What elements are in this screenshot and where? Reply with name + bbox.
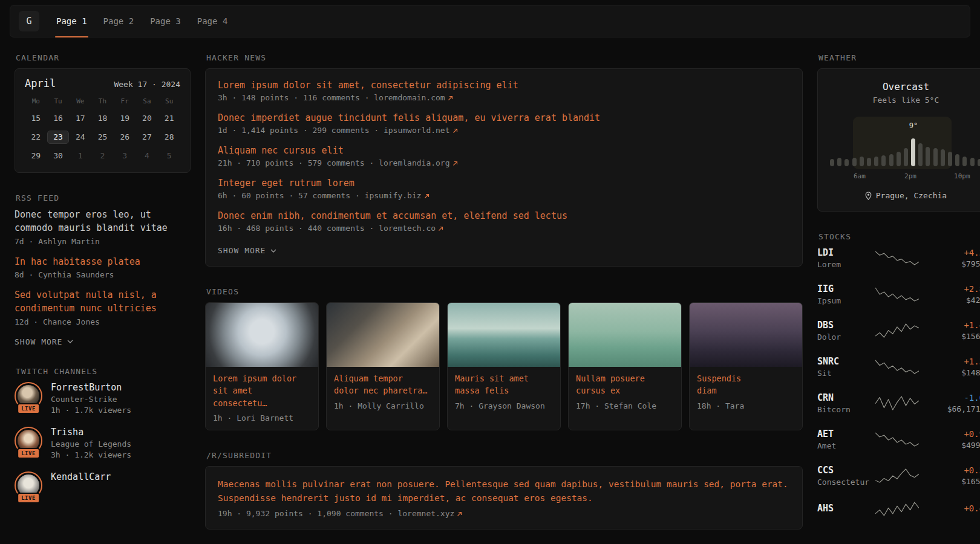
story-domain-link[interactable]: loremlandia.org <box>379 158 457 167</box>
external-link-icon <box>424 193 430 199</box>
story-link[interactable]: Integer eget rutrum lorem <box>218 178 790 189</box>
video-card[interactable]: Nullam posuere cursus ex 17h · Stefan Co… <box>568 302 682 430</box>
rss-widget: RSS FEED Donec tempor eros leo, ut commo… <box>15 193 191 346</box>
story-link[interactable]: Donec enim nibh, condimentum et accumsan… <box>218 210 790 221</box>
stock-change: +1.36% <box>964 357 980 366</box>
story-meta-text: 3h · 148 points · 116 comments · <box>218 93 374 102</box>
twitch-channel[interactable]: LIVE Trisha League of Legends 3h · 1.2k … <box>15 427 191 459</box>
weather-card: Overcast Feels like 5°C 9° 6am 2pm 10pm … <box>817 68 980 212</box>
weather-condition: Overcast <box>828 81 980 92</box>
calendar-day: 29 <box>25 149 47 163</box>
rss-item-link[interactable]: Donec tempor eros leo, ut commodo mauris… <box>15 209 191 235</box>
story-domain: loremtech.co <box>379 224 436 233</box>
calendar-day: 16 <box>47 112 70 125</box>
calendar-day-next-month: 1 <box>69 149 91 163</box>
rss-item: In hac habitasse platea 8d · Cynthia Sau… <box>15 256 191 280</box>
twitch-channel[interactable]: LIVE ForrestBurton Counter-Strike 1h · 1… <box>15 382 191 415</box>
weather-widget-title: WEATHER <box>818 53 980 62</box>
tab-page-1[interactable]: Page 1 <box>55 5 88 37</box>
post-domain-link[interactable]: loremnet.xyz <box>397 509 462 518</box>
stock-ticker: AHS <box>817 503 834 514</box>
rss-show-more-button[interactable]: SHOW MORE <box>15 337 73 346</box>
rss-item-link[interactable]: Sed volutpat nulla nisl, a condimentum n… <box>15 289 191 316</box>
calendar-dow: Su <box>158 97 180 106</box>
tab-page-3[interactable]: Page 3 <box>149 5 182 37</box>
story-meta-text: 21h · 710 points · 579 comments · <box>218 158 379 167</box>
chevron-down-icon <box>270 249 276 253</box>
external-link-icon <box>457 511 462 517</box>
story-link[interactable]: Aliquam nec cursus elit <box>218 145 790 156</box>
channel-viewers: 1h · 1.7k viewers <box>51 406 131 415</box>
video-card[interactable]: Lorem ipsum dolor sit amet consectetu… 1… <box>205 302 319 430</box>
story-meta: 16h · 468 points · 440 comments · loremt… <box>218 224 790 233</box>
live-badge: LIVE <box>17 403 40 414</box>
stock-price: $66,171.48 <box>919 404 980 413</box>
tab-page-4[interactable]: Page 4 <box>196 5 229 37</box>
show-more-label: SHOW MORE <box>15 337 62 346</box>
calendar-day: 15 <box>25 112 47 125</box>
stock-row[interactable]: CRNBitcorn -1.00%$66,171.48 <box>817 392 980 414</box>
video-card[interactable]: Aliquam tempor dolor nec pharetra… 1h · … <box>326 302 440 430</box>
dashboard: CALENDAR April Week 17 · 2024 Mo Tu We T… <box>0 37 980 529</box>
stock-ticker: CRN <box>817 392 834 403</box>
video-card[interactable]: Suspendis diam 18h · Tara <box>689 302 803 430</box>
weather-bar <box>918 143 923 166</box>
twitch-channel[interactable]: LIVE KendallCarr <box>15 471 191 504</box>
external-link-icon <box>452 128 458 134</box>
story-item: Donec imperdiet augue tincidunt felis al… <box>218 112 790 135</box>
channel-name: KendallCarr <box>51 471 111 482</box>
story-domain: loremlandia.org <box>379 158 449 167</box>
stock-change: -1.00% <box>964 393 980 403</box>
weather-peak-temp: 9° <box>909 121 918 130</box>
show-more-label: SHOW MORE <box>218 246 266 255</box>
calendar-day-today: 23 <box>47 131 70 144</box>
story-domain-link[interactable]: loremtech.co <box>379 224 443 233</box>
app-logo[interactable]: G <box>19 11 39 31</box>
calendar-day: 30 <box>47 149 70 163</box>
time-label: 10pm <box>954 172 970 180</box>
story-domain-link[interactable]: loremdomain.com <box>374 93 452 102</box>
stock-row[interactable]: SNRCSit +1.36%$148.64 <box>817 356 980 378</box>
rss-item-link[interactable]: In hac habitasse platea <box>15 256 191 269</box>
calendar-day-next-month: 3 <box>114 149 136 163</box>
stock-sparkline <box>875 468 919 484</box>
video-meta: 18h · Tara <box>690 397 802 418</box>
stock-row[interactable]: AETAmet +0.92%$499.72 <box>817 429 980 450</box>
hackernews-show-more-button[interactable]: SHOW MORE <box>218 246 276 255</box>
stock-row[interactable]: AHS +0.46% <box>817 501 980 517</box>
stock-price: $795.18 <box>919 259 980 268</box>
rss-list: Donec tempor eros leo, ut commodo mauris… <box>15 209 191 326</box>
weather-bar <box>897 152 901 166</box>
video-card[interactable]: Mauris sit amet massa felis 7h · Grayson… <box>447 302 561 430</box>
video-list: Lorem ipsum dolor sit amet consectetu… 1… <box>205 302 803 430</box>
stock-row[interactable]: IIGIpsum +2.84%$42.04 <box>817 283 980 305</box>
stock-row[interactable]: DBSDolor +1.42%$156.28 <box>817 320 980 342</box>
story-domain-link[interactable]: ipsumworld.net <box>384 126 458 135</box>
calendar-dow: Sa <box>136 97 158 106</box>
weather-bar <box>860 157 864 166</box>
stock-row[interactable]: LDILorem +4.35%$795.18 <box>817 247 980 269</box>
stock-row[interactable]: CCSConsectetur +0.51%$165.84 <box>817 465 980 487</box>
weather-time-axis: 6am 2pm 10pm <box>830 172 980 181</box>
stock-sparkline <box>875 501 919 517</box>
time-label: 6am <box>854 172 866 180</box>
story-item: Aliquam nec cursus elit 21h · 710 points… <box>218 145 790 167</box>
stocks-list: LDILorem +4.35%$795.18 IIGIpsum +2.84%$4… <box>817 247 980 517</box>
story-domain-link[interactable]: ipsumify.biz <box>365 191 430 200</box>
stock-change: +0.46% <box>964 504 980 513</box>
weather-bar <box>837 158 841 166</box>
tab-page-2[interactable]: Page 2 <box>102 5 136 37</box>
calendar-dow: Fr <box>114 97 136 106</box>
story-link[interactable]: Donec imperdiet augue tincidunt felis al… <box>218 112 790 123</box>
weather-bar <box>904 148 908 166</box>
calendar-week-label: Week 17 · 2024 <box>114 80 180 89</box>
story-meta-text: 16h · 468 points · 440 comments · <box>218 224 379 233</box>
post-link[interactable]: Maecenas mollis pulvinar erat non posuer… <box>218 478 790 505</box>
calendar-day: 25 <box>91 131 114 144</box>
calendar-day: 21 <box>158 112 180 125</box>
avatar: LIVE <box>15 382 42 414</box>
story-link[interactable]: Lorem ipsum dolor sit amet, consectetur … <box>218 80 790 91</box>
video-thumbnail <box>448 303 560 367</box>
channel-category: Counter-Strike <box>51 395 131 404</box>
calendar-day: 18 <box>91 112 114 125</box>
